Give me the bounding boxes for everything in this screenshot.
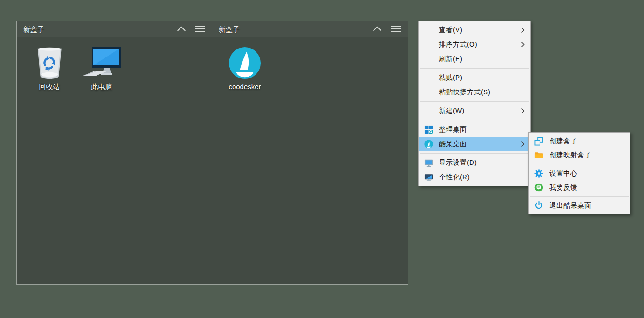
coodesker-icon [423,140,434,149]
menu-item-coodesker-desktop[interactable]: 酷呆桌面 [419,137,530,151]
hamburger-icon [391,25,401,34]
menu-item-label: 整理桌面 [439,125,518,134]
hamburger-icon [195,25,205,34]
box-titlebar[interactable]: 新盒子 [17,21,212,37]
menu-separator [420,101,529,102]
menu-item-create-box[interactable]: 创建盒子 [529,134,630,148]
menu-item-refresh[interactable]: 刷新(E) [419,52,530,66]
box-titlebar[interactable]: 新盒子 [212,21,408,37]
menu-icon-slot [423,55,434,64]
menu-item-paste[interactable]: 粘贴(P) [419,71,530,85]
menu-item-label: 设置中心 [549,169,618,178]
desktop-icon-label: 此电脑 [91,83,112,92]
organize-desktop-icon [423,125,434,134]
desktop-icon-this-pc[interactable]: 此电脑 [77,44,126,92]
menu-separator [530,164,629,164]
box-body[interactable]: 回收站此电脑 [17,37,212,96]
box-menu-button[interactable] [194,24,206,35]
menu-icon-slot [423,73,434,83]
desktop-icon-coodesker[interactable]: coodesker [221,44,269,91]
menu-item-feedback[interactable]: 我要反馈 [529,180,630,194]
menu-item-label: 创建盒子 [549,137,618,146]
desktop-icon-label: coodesker [229,83,261,91]
collapse-button[interactable] [175,24,187,35]
coodesker-submenu: 创建盒子创建映射盒子设置中心我要反馈退出酷呆桌面 [528,132,630,214]
menu-item-label: 个性化(R) [439,173,518,182]
menu-item-personalize[interactable]: 个性化(R) [419,170,530,184]
menu-item-view[interactable]: 查看(V) [419,23,530,37]
menu-icon-slot [423,88,434,97]
submenu-arrow-icon [518,108,525,114]
submenu-arrow-icon [518,141,525,147]
box-title: 新盒子 [219,25,365,34]
box-body[interactable]: coodesker [212,37,408,95]
context-menu: 查看(V)排序方式(O)刷新(E)粘贴(P)粘贴快捷方式(S)新建(W)整理桌面… [418,21,531,186]
menu-item-label: 刷新(E) [439,55,518,64]
menu-item-display-settings[interactable]: 显示设置(D) [419,155,530,170]
coodesker-icon [229,44,261,79]
submenu-arrow-icon [518,42,525,48]
menu-item-label: 查看(V) [439,26,518,35]
menu-icon-slot [423,106,434,116]
organizer-box-2: 新盒子 coodesker [212,21,408,285]
this-pc-icon [82,44,122,79]
menu-item-settings-center[interactable]: 设置中心 [529,166,630,180]
menu-item-label: 新建(W) [439,106,518,115]
menu-item-sort-by[interactable]: 排序方式(O) [419,37,530,52]
menu-item-label: 我要反馈 [549,183,618,192]
recycle-bin-icon [35,44,64,79]
menu-item-label: 粘贴快捷方式(S) [439,88,518,97]
feedback-icon [533,183,544,192]
menu-item-label: 酷呆桌面 [439,140,518,148]
collapse-button[interactable] [371,24,383,35]
organizer-box-1: 新盒子 回收站此电脑 [16,21,212,285]
power-icon [533,201,544,210]
menu-icon-slot [423,40,434,49]
menu-item-exit-coodesker[interactable]: 退出酷呆桌面 [529,198,630,212]
chevron-up-icon [372,25,382,34]
menu-item-label: 显示设置(D) [439,158,518,167]
box-menu-button[interactable] [390,24,402,35]
menu-item-label: 粘贴(P) [439,73,518,82]
menu-icon-slot [423,26,434,35]
personalize-icon [423,173,434,182]
menu-item-create-mapped-box[interactable]: 创建映射盒子 [529,148,630,162]
menu-item-organize-desktop[interactable]: 整理桌面 [419,122,530,137]
settings-center-icon [533,169,544,178]
submenu-arrow-icon [518,27,525,33]
desktop-icon-label: 回收站 [39,83,60,92]
menu-item-label: 退出酷呆桌面 [549,201,618,210]
menu-item-paste-shortcut[interactable]: 粘贴快捷方式(S) [419,85,530,99]
menu-item-new[interactable]: 新建(W) [419,104,530,118]
menu-separator [420,153,529,154]
menu-separator [420,68,529,69]
create-mapped-box-icon [533,150,544,160]
desktop[interactable]: 新盒子 回收站此电脑 新盒子 [0,0,644,318]
chevron-up-icon [176,25,187,34]
box-title: 新盒子 [23,25,169,34]
menu-item-label: 创建映射盒子 [549,151,618,160]
desktop-icon-recycle-bin[interactable]: 回收站 [25,44,74,92]
menu-separator [530,196,629,197]
display-settings-icon [423,158,434,168]
menu-separator [420,120,529,120]
menu-item-label: 排序方式(O) [439,40,518,49]
create-box-icon [533,136,544,146]
